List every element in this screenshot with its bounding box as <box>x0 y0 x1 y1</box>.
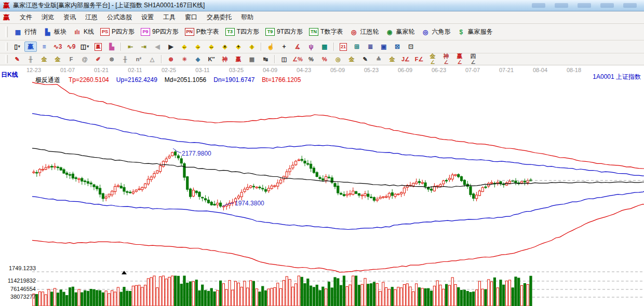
zoom-out-button[interactable]: ◆× <box>219 41 231 52</box>
k-quote-tool-icon: K″ <box>207 55 216 63</box>
kline-button[interactable]: ılıK线 <box>70 26 97 37</box>
p-square-button[interactable]: PSP四方形 <box>98 26 137 37</box>
gold-circle-tool[interactable]: ◎ <box>332 55 344 64</box>
quote-label: 行情 <box>24 27 37 36</box>
web-tool[interactable]: ✳ <box>178 55 191 64</box>
tools-purple-button[interactable]: ψ <box>305 41 317 52</box>
kline-chart-canvas[interactable] <box>0 65 644 306</box>
gold-line-tool[interactable]: 金 <box>345 55 358 64</box>
calculator-button[interactable]: ⊞ <box>351 41 363 52</box>
gann-wheel-button[interactable]: ◎江恩轮 <box>346 26 381 37</box>
t-square-label: T四方形 <box>237 27 259 36</box>
menu-items: 文件浏览资讯江恩公式选股设置工具窗口交易委托帮助 <box>15 12 258 23</box>
comb-2-tool[interactable]: ╫ <box>119 55 131 64</box>
shen-angle-tool-icon: 神∠ <box>441 55 451 63</box>
kline-label: K线 <box>84 27 94 36</box>
j-angle-tool[interactable]: J∠ <box>399 55 412 64</box>
gold-line-2-tool[interactable]: 金 <box>386 55 398 64</box>
shen-grid-tool[interactable]: 神 <box>219 55 231 64</box>
date-label: 01-21 <box>94 67 109 73</box>
window-title: 赢家江恩专业版[赢家内部服务平台] - [上证指数 SH1A0001-167日K… <box>13 1 205 10</box>
target-tool[interactable]: ⊕ <box>165 55 177 64</box>
gold-grid-tool[interactable]: 金 <box>38 55 50 64</box>
notes-button[interactable]: ≣ <box>364 41 377 52</box>
k-quote-tool[interactable]: K″ <box>205 55 218 64</box>
t-number-table-button[interactable]: TNT数字表 <box>306 26 345 37</box>
angle-measure-button[interactable]: ∡ <box>291 41 304 52</box>
f-angle-tool[interactable]: F∠ <box>413 55 425 64</box>
wave-3-button[interactable]: ∿3 <box>51 41 64 52</box>
percent-tool[interactable]: % <box>305 55 317 64</box>
gann-circle-tool[interactable]: ⊛ <box>105 55 118 64</box>
info-panel-button[interactable]: ≡ <box>38 41 50 52</box>
win-angle-tool[interactable]: 赢∠ <box>453 55 466 64</box>
winner-red-button[interactable]: 赢 <box>92 42 104 52</box>
price-scale-tool[interactable]: ◫ <box>278 55 290 64</box>
menu-item-3[interactable]: 资讯 <box>59 12 81 23</box>
nine-p-square-button[interactable]: P99P四方形 <box>138 26 181 37</box>
width-measure-tool-icon: ↹ <box>261 55 270 63</box>
maze-button[interactable]: ▩ <box>318 41 331 52</box>
gold-grid-2-tool-icon: 金 <box>53 55 62 63</box>
winner-wheel-button[interactable]: ◉赢家轮 <box>382 26 417 37</box>
n-square-tool[interactable]: n² <box>132 55 145 64</box>
winner-analysis-button[interactable]: 赢 <box>24 41 37 52</box>
shift-right-button[interactable]: ◆→ <box>192 41 204 52</box>
menu-item-8[interactable]: 窗口 <box>180 12 202 23</box>
marker-pen-tool[interactable]: ✎ <box>359 55 371 64</box>
number-grid-tool[interactable]: ▦ <box>246 55 258 64</box>
angle-fan-tool[interactable]: △ <box>146 55 158 64</box>
t-square-button[interactable]: T3T四方形 <box>223 26 262 37</box>
percent-line-tool[interactable]: % <box>318 55 331 64</box>
shen-angle-tool[interactable]: 神∠ <box>440 55 452 64</box>
menu-item-7[interactable]: 工具 <box>158 12 180 23</box>
win-grid-tool[interactable]: 赢 <box>232 55 245 64</box>
f-grid-tool[interactable]: F <box>65 55 77 64</box>
menu-item-9[interactable]: 交易委托 <box>202 12 236 23</box>
date-label: 04-09 <box>263 67 277 73</box>
volume-profile-button[interactable]: ▙ <box>105 41 118 52</box>
candle-style-button[interactable]: ◫▾ <box>78 41 91 52</box>
shift-left-button[interactable]: ◆← <box>178 41 191 52</box>
save-button[interactable]: ▣ <box>378 41 390 52</box>
first-bar-button[interactable]: ⇤ <box>124 41 137 52</box>
next-bar-button[interactable]: ▶ <box>165 41 177 52</box>
web-grid-tool[interactable]: ◈ <box>192 55 204 64</box>
calendar-button[interactable]: 21 <box>337 42 350 52</box>
crosshair-button[interactable]: + <box>278 41 290 52</box>
last-bar-button[interactable]: ⇥ <box>138 41 150 52</box>
nine-t-square-button[interactable]: T99T四方形 <box>263 26 305 37</box>
zoom-vertical-button[interactable]: ◆↕ <box>246 41 258 52</box>
period-style-button[interactable]: ▯▾ <box>11 41 23 52</box>
zoom-horizontal-button[interactable]: ◆↔ <box>205 41 218 52</box>
menu-item-1[interactable]: 文件 <box>15 12 37 23</box>
brush-tool[interactable]: ✎ <box>11 55 23 64</box>
pencil-ruler-tool[interactable]: ✐ <box>92 55 104 64</box>
menu-item-10[interactable]: 帮助 <box>236 12 258 23</box>
four-angle-tool[interactable]: 四∠ <box>467 55 479 64</box>
hand-tool-button[interactable]: ☝ <box>264 41 277 52</box>
winner-wheel-icon: ◉ <box>385 28 394 36</box>
prev-bar-button[interactable]: ◀ <box>151 41 164 52</box>
hexagon-button[interactable]: ◎六角形 <box>418 26 453 37</box>
wave-9-button[interactable]: ∿9 <box>65 41 77 52</box>
percent-angle-tool[interactable]: ∠% <box>291 55 304 64</box>
remote-data-button[interactable]: ⊠ <box>391 41 404 52</box>
chart-area[interactable]: 日K线 1A0001 上证指数 极反通道Tp=2260.5104Up=2162.… <box>0 65 644 306</box>
quote-button[interactable]: ▦行情 <box>11 26 39 37</box>
p-number-table-button[interactable]: PNP数字表 <box>182 26 222 37</box>
menu-item-5[interactable]: 公式选股 <box>102 12 137 23</box>
zoom-in-button[interactable]: ◆+ <box>232 41 245 52</box>
spiral-tool[interactable]: @ <box>78 55 91 64</box>
menu-item-4[interactable]: 江恩 <box>81 12 102 23</box>
gold-grid-2-tool[interactable]: 金 <box>51 55 64 64</box>
menu-item-2[interactable]: 浏览 <box>37 12 59 23</box>
sectors-button[interactable]: ▙板块 <box>41 26 69 37</box>
menu-item-6[interactable]: 设置 <box>137 12 158 23</box>
width-measure-tool[interactable]: ↹ <box>259 55 272 64</box>
workstation-button[interactable]: ⊡ <box>405 41 417 52</box>
winner-service-button[interactable]: $赢家服务 <box>454 26 495 37</box>
gold-angle-tool[interactable]: 金∠ <box>426 55 439 64</box>
wave-measure-tool[interactable]: ≙ <box>372 55 385 64</box>
comb-tool[interactable]: ╫ <box>24 55 37 64</box>
